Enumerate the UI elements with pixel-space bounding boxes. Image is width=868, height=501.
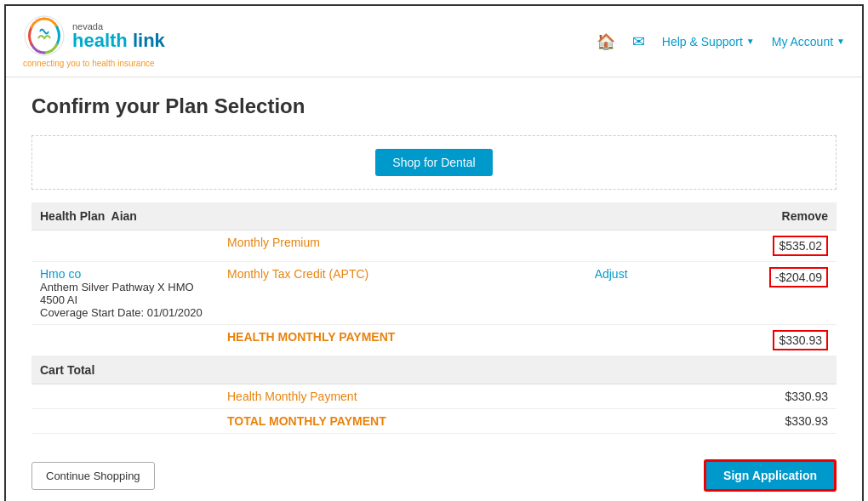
header-nav: 🏠 ✉ Help & Support ▼ My Account ▼ (597, 32, 845, 51)
table-row: Monthly Premium $535.02 (31, 231, 837, 262)
my-account-label: My Account (772, 35, 833, 48)
cart-total-header: Cart Total (31, 356, 837, 384)
adjust-button[interactable]: Adjust (595, 267, 628, 281)
empty-cell-4 (586, 409, 686, 434)
monthly-premium-value: $535.02 (773, 236, 828, 256)
plan-company-link[interactable]: Hmo co (40, 267, 210, 281)
table-header-row: Health Plan Aian Remove (31, 202, 837, 231)
dental-section: Shop for Dental (31, 135, 837, 190)
email-icon[interactable]: ✉ (632, 32, 645, 51)
health-plan-header: Health Plan Aian (31, 202, 219, 231)
table-row: TOTAL MONTHLY PAYMENT $330.93 (31, 409, 837, 434)
empty-adjust (586, 325, 686, 356)
plan-table: Health Plan Aian Remove Monthly Premium … (31, 202, 837, 434)
sign-application-button[interactable]: Sign Application (704, 459, 837, 492)
health-monthly-label: HEALTH MONTHLY PAYMENT (219, 325, 586, 356)
remove-header: Remove (686, 202, 837, 231)
logo-icon (23, 14, 66, 57)
cart-health-monthly-amount: $330.93 (686, 384, 837, 409)
cart-total-header-row: Cart Total (31, 356, 837, 384)
plan-name-cell (31, 231, 219, 262)
my-account-chevron: ▼ (837, 37, 845, 46)
total-monthly-label: TOTAL MONTHLY PAYMENT (219, 409, 586, 434)
help-support-label: Help & Support (662, 35, 743, 48)
my-account-link[interactable]: My Account ▼ (772, 35, 845, 48)
detail-header (219, 202, 586, 231)
home-icon[interactable]: 🏠 (597, 32, 615, 51)
table-row: Health Monthly Payment $330.93 (31, 384, 837, 409)
tax-credit-label: Monthly Tax Credit (APTC) (219, 262, 586, 325)
logo-tagline: connecting you to health insurance (23, 59, 155, 68)
monthly-premium-adjust (586, 231, 686, 262)
empty-cell (31, 384, 219, 409)
total-monthly-amount: $330.93 (686, 409, 837, 434)
adjust-header (586, 202, 686, 231)
footer-buttons: Continue Shopping Sign Application (31, 447, 837, 501)
help-support-link[interactable]: Help & Support ▼ (662, 35, 755, 48)
logo-health-link: health link (72, 31, 165, 50)
plan-info-cell: Hmo co Anthem Silver Pathway X HMO 4500 … (31, 262, 219, 325)
plan-name: Anthem Silver Pathway X HMO 4500 AI (40, 281, 210, 306)
help-support-chevron: ▼ (746, 37, 755, 46)
monthly-premium-amount: $535.02 (686, 231, 837, 262)
coverage-date: Coverage Start Date: 01/01/2020 (40, 306, 210, 319)
shop-dental-button[interactable]: Shop for Dental (375, 149, 492, 176)
health-monthly-value: $330.93 (773, 330, 828, 350)
monthly-premium-label: Monthly Premium (219, 231, 586, 262)
health-monthly-amount: $330.93 (686, 325, 837, 356)
continue-shopping-button[interactable]: Continue Shopping (31, 462, 155, 490)
header: nevada health link connecting you to hea… (6, 6, 862, 77)
tax-credit-value: -$204.09 (769, 267, 828, 288)
empty-plan-cell (31, 325, 219, 356)
table-row: HEALTH MONTHLY PAYMENT $330.93 (31, 325, 837, 356)
adjust-link: Adjust (586, 262, 686, 325)
page-title: Confirm your Plan Selection (31, 94, 837, 118)
cart-health-monthly-label: Health Monthly Payment (219, 384, 586, 409)
table-row: Hmo co Anthem Silver Pathway X HMO 4500 … (31, 262, 837, 325)
logo-text: nevada health link (72, 21, 165, 50)
main-content: Confirm your Plan Selection Shop for Den… (6, 77, 862, 501)
empty-cell-2 (586, 384, 686, 409)
logo-area: nevada health link connecting you to hea… (23, 14, 165, 68)
tax-credit-amount: -$204.09 (686, 262, 837, 325)
empty-cell-3 (31, 409, 219, 434)
